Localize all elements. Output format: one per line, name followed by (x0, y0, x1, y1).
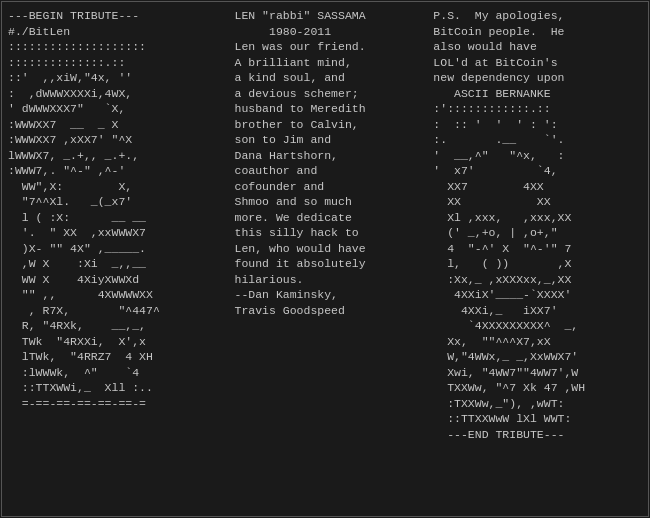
tribute-container: ---BEGIN TRIBUTE--- #./BitLen ::::::::::… (1, 1, 649, 517)
content-area: ---BEGIN TRIBUTE--- #./BitLen ::::::::::… (8, 8, 642, 510)
right-column: P.S. My apologies, BitCoin people. He al… (429, 8, 642, 510)
left-column: ---BEGIN TRIBUTE--- #./BitLen ::::::::::… (8, 8, 217, 510)
middle-column: LEN "rabbi" SASSAMA 1980-2011 Len was ou… (217, 8, 430, 510)
